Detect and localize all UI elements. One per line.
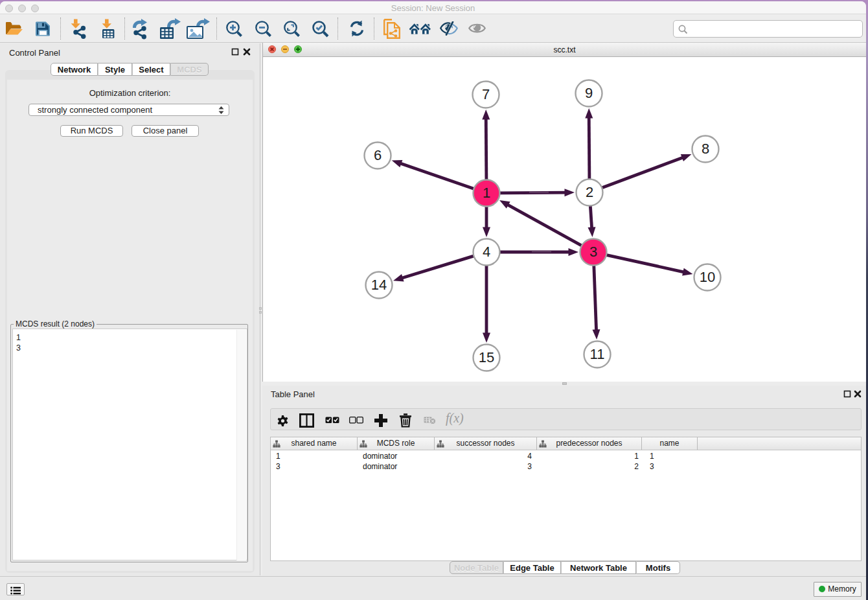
- svg-text:15: 15: [479, 349, 494, 365]
- svg-text:2: 2: [586, 184, 593, 200]
- svg-text:6: 6: [374, 147, 382, 163]
- svg-text:11: 11: [590, 346, 605, 362]
- svg-text:9: 9: [585, 85, 593, 101]
- svg-text:4: 4: [483, 244, 490, 260]
- svg-text:1: 1: [483, 185, 490, 201]
- svg-text:7: 7: [482, 86, 490, 102]
- svg-text:10: 10: [700, 269, 715, 285]
- svg-text:8: 8: [702, 141, 709, 157]
- svg-text:3: 3: [589, 244, 597, 260]
- svg-text:14: 14: [371, 277, 387, 293]
